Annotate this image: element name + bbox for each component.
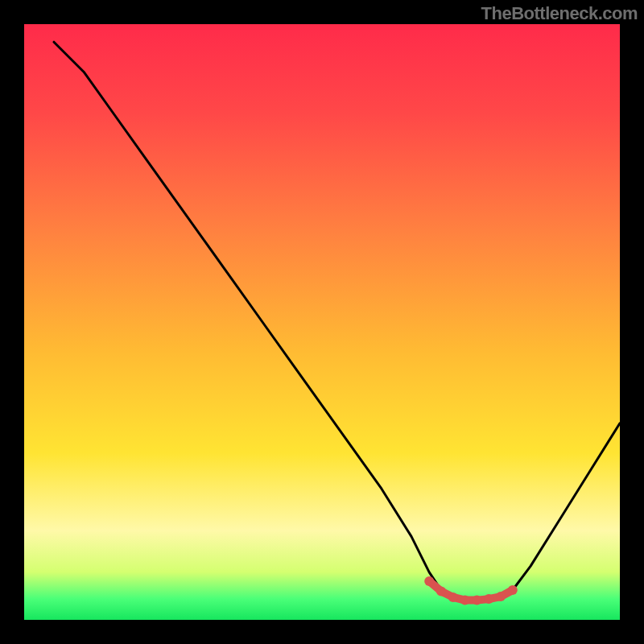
marker-dot — [424, 576, 434, 586]
marker-dot — [448, 592, 458, 602]
watermark-label: TheBottleneck.com — [481, 3, 638, 24]
marker-dot — [496, 592, 506, 601]
marker-dot — [472, 596, 481, 605]
chart-canvas — [0, 0, 644, 644]
marker-dot — [484, 594, 493, 604]
marker-dot — [508, 585, 518, 595]
marker-dot — [460, 596, 470, 605]
bottleneck-chart: TheBottleneck.com — [0, 0, 644, 644]
marker-dot — [436, 587, 446, 597]
